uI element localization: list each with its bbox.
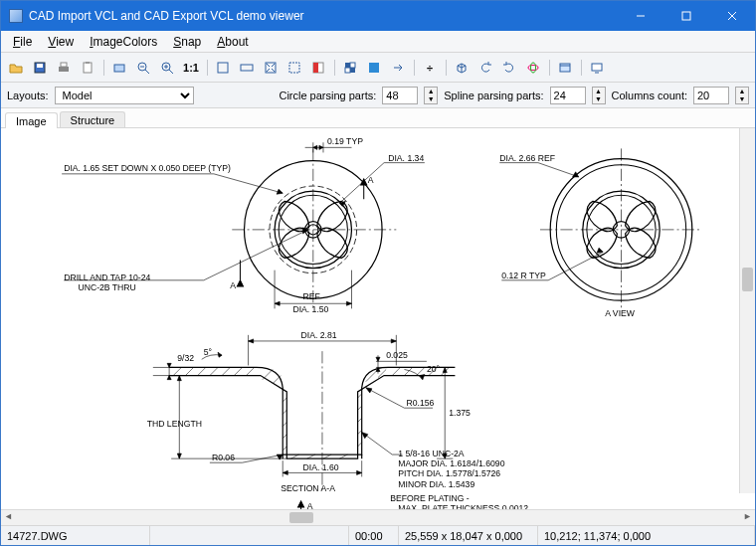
- svg-rect-21: [289, 63, 299, 73]
- svg-text:0.19 TYP: 0.19 TYP: [327, 136, 363, 146]
- svg-rect-5: [37, 64, 43, 68]
- circle-parts-stepper[interactable]: ▲▼: [424, 87, 438, 104]
- orbit-icon[interactable]: [522, 57, 544, 79]
- caption-buttons: [618, 1, 755, 31]
- fit-width-icon[interactable]: [236, 57, 258, 79]
- fit-selection-icon[interactable]: [260, 57, 282, 79]
- zoom-in-icon[interactable]: [156, 57, 178, 79]
- blue-fill-icon[interactable]: [363, 57, 385, 79]
- rotate-right-icon[interactable]: [498, 57, 520, 79]
- arrow-right-icon[interactable]: [387, 57, 409, 79]
- actual-size-button[interactable]: 1:1: [180, 57, 202, 79]
- svg-text:MINOR DIA. 1.5439: MINOR DIA. 1.5439: [398, 479, 474, 489]
- vertical-scrollbar[interactable]: [739, 128, 755, 493]
- close-button[interactable]: [709, 1, 755, 31]
- columns-count-stepper[interactable]: ▲▼: [735, 87, 749, 104]
- svg-line-96: [366, 372, 376, 382]
- svg-rect-10: [114, 65, 124, 72]
- save-to-clipboard-bmp-icon[interactable]: [108, 57, 130, 79]
- fit-screen-icon[interactable]: [212, 57, 234, 79]
- status-empty: [150, 526, 349, 545]
- svg-text:DIA. 1.50: DIA. 1.50: [292, 304, 328, 314]
- svg-text:SECTION A-A: SECTION A-A: [281, 483, 335, 493]
- menu-snap[interactable]: Snap: [165, 31, 209, 52]
- columns-count-input[interactable]: [693, 87, 729, 104]
- app-icon: [9, 9, 23, 23]
- svg-line-88: [247, 367, 255, 375]
- svg-rect-25: [350, 68, 355, 73]
- dashed-rect-icon[interactable]: [284, 57, 305, 79]
- svg-line-56: [204, 230, 308, 280]
- cube-icon[interactable]: [451, 57, 472, 79]
- svg-rect-26: [350, 63, 355, 68]
- svg-text:0.025: 0.025: [386, 350, 408, 360]
- svg-rect-19: [241, 65, 253, 71]
- rotate-left-icon[interactable]: [474, 57, 496, 79]
- svg-text:REF: REF: [303, 291, 320, 301]
- tab-structure[interactable]: Structure: [60, 111, 126, 127]
- svg-line-89: [263, 369, 273, 379]
- svg-text:DIA. 1.34: DIA. 1.34: [388, 153, 424, 163]
- two-color-square-icon[interactable]: [307, 57, 329, 79]
- svg-text:A: A: [307, 501, 313, 509]
- menu-imagecolors[interactable]: ImageColors: [82, 31, 165, 52]
- svg-text:20°: 20°: [427, 364, 440, 374]
- svg-rect-23: [313, 63, 318, 73]
- svg-text:UNC-2B THRU: UNC-2B THRU: [78, 282, 135, 292]
- svg-text:DIA. 2.81: DIA. 2.81: [301, 330, 337, 340]
- print-icon[interactable]: [53, 57, 75, 79]
- open-icon[interactable]: [5, 57, 27, 79]
- svg-rect-28: [369, 63, 379, 73]
- zoom-out-icon[interactable]: [132, 57, 154, 79]
- svg-line-127: [366, 388, 405, 408]
- spline-parts-label: Spline parsing parts:: [444, 90, 543, 101]
- titlebar: CAD Import VCL and CAD Export VCL demo v…: [1, 1, 755, 31]
- divide-button[interactable]: ÷: [419, 57, 441, 79]
- menu-file[interactable]: File: [5, 31, 40, 52]
- statusbar: 14727.DWG 00:00 25,559 x 18,047 x 0,000 …: [1, 525, 755, 545]
- svg-text:5°: 5°: [204, 347, 212, 357]
- tab-row: Image Structure: [1, 108, 755, 128]
- window-icon[interactable]: [554, 57, 576, 79]
- tab-image[interactable]: Image: [5, 112, 58, 128]
- maximize-button[interactable]: [663, 1, 709, 31]
- circle-parts-label: Circle parsing parts:: [279, 90, 376, 101]
- svg-text:DIA. 2.66 REF: DIA. 2.66 REF: [499, 153, 555, 163]
- menu-about[interactable]: About: [209, 31, 256, 52]
- svg-text:A: A: [230, 280, 236, 290]
- svg-line-83: [185, 367, 193, 375]
- svg-line-12: [145, 70, 149, 74]
- spline-parts-input[interactable]: [550, 87, 586, 104]
- columns-count-label: Columns count:: [612, 90, 687, 101]
- cad-drawing: 0.19 TYP DIA. 1.34 A A: [1, 128, 755, 509]
- svg-rect-8: [84, 63, 92, 73]
- svg-line-84: [198, 367, 206, 375]
- svg-text:BEFORE PLATING -: BEFORE PLATING -: [390, 493, 470, 503]
- svg-line-86: [222, 367, 230, 375]
- svg-rect-31: [560, 64, 570, 72]
- drawing-canvas[interactable]: 0.19 TYP DIA. 1.34 A A: [1, 128, 755, 509]
- svg-rect-6: [59, 67, 69, 72]
- svg-text:DIA. 1.60: DIA. 1.60: [303, 462, 339, 472]
- layouts-select[interactable]: Model: [55, 87, 194, 104]
- svg-line-15: [169, 70, 173, 74]
- spline-parts-stepper[interactable]: ▲▼: [592, 87, 606, 104]
- monitor-icon[interactable]: [586, 57, 608, 79]
- checker-icon[interactable]: [339, 57, 361, 79]
- svg-rect-18: [218, 63, 228, 73]
- save-icon[interactable]: [29, 57, 51, 79]
- minimize-button[interactable]: [618, 1, 663, 31]
- status-dimensions: 25,559 x 18,047 x 0,000: [399, 526, 538, 545]
- menu-view[interactable]: View: [40, 31, 82, 52]
- svg-text:DRILL AND TAP 10-24: DRILL AND TAP 10-24: [64, 273, 150, 282]
- svg-line-85: [210, 367, 218, 375]
- svg-line-93: [417, 367, 425, 375]
- svg-point-29: [528, 65, 538, 70]
- copy-clipboard-icon[interactable]: [77, 57, 98, 79]
- svg-rect-7: [61, 63, 67, 67]
- svg-text:9/32: 9/32: [177, 353, 194, 363]
- svg-text:PITCH DIA. 1.5778/1.5726: PITCH DIA. 1.5778/1.5726: [398, 468, 500, 478]
- horizontal-scrollbar[interactable]: [1, 509, 755, 525]
- circle-parts-input[interactable]: [382, 87, 418, 104]
- toolbar: 1:1 ÷: [1, 53, 755, 83]
